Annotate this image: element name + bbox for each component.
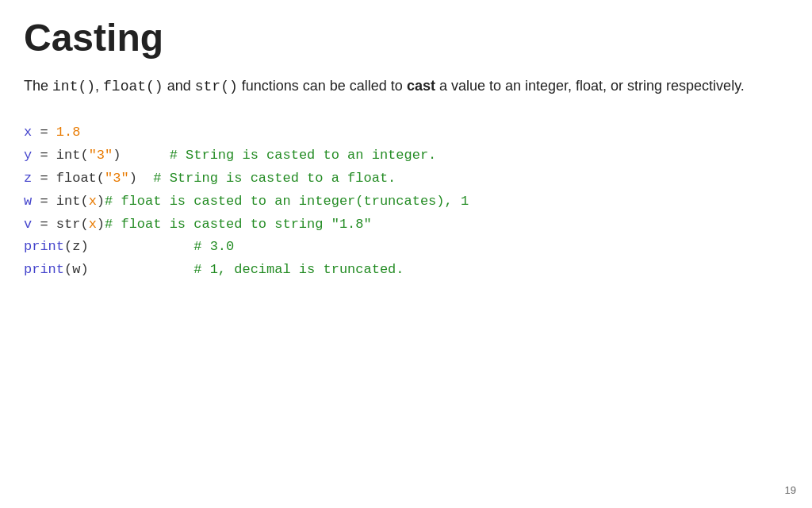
code-line-4: w = int(x)# float is casted to an intege… (24, 190, 788, 214)
comment-4: # float is casted to string "1.8" (105, 217, 372, 232)
page-number: 19 (785, 484, 796, 496)
func-int: int() (52, 79, 95, 94)
page-title: Casting (24, 16, 788, 60)
comment-3: # float is casted to an integer(truncate… (105, 194, 469, 209)
code-line-7: print(w) # 1, decimal is truncated. (24, 259, 788, 282)
comment-5: # 3.0 (193, 239, 234, 254)
intro-paragraph: The int(), float() and str() functions c… (24, 75, 788, 98)
var-z: z (24, 171, 32, 186)
var-x-ref-1: x (89, 194, 97, 209)
comment-6: # 1, decimal is truncated. (193, 262, 404, 277)
func-str: str() (195, 79, 238, 94)
var-w: w (24, 194, 32, 209)
code-block: x = 1.8 y = int("3") # String is casted … (24, 121, 788, 282)
code-line-1: x = 1.8 (24, 121, 788, 144)
func-float: float() (103, 79, 163, 94)
var-x-ref-2: x (89, 217, 97, 232)
code-line-3: z = float("3") # String is casted to a f… (24, 167, 788, 190)
val-1.8: 1.8 (56, 125, 81, 140)
func-print-z: print (24, 239, 64, 254)
var-y: y (24, 148, 32, 163)
str-3-z: "3" (105, 171, 129, 186)
page-container: Casting The int(), float() and str() fun… (0, 0, 812, 508)
comment-2: # String is casted to a float. (153, 171, 396, 186)
var-v: v (24, 217, 32, 232)
comment-1: # String is casted to an integer. (170, 148, 437, 163)
var-x: x (24, 125, 32, 140)
func-print-w: print (24, 262, 64, 277)
code-line-6: print(z) # 3.0 (24, 236, 788, 259)
str-3-y: "3" (89, 148, 113, 163)
code-line-2: y = int("3") # String is casted to an in… (24, 144, 788, 167)
code-line-5: v = str(x)# float is casted to string "1… (24, 214, 788, 237)
bold-cast: cast (407, 78, 435, 94)
